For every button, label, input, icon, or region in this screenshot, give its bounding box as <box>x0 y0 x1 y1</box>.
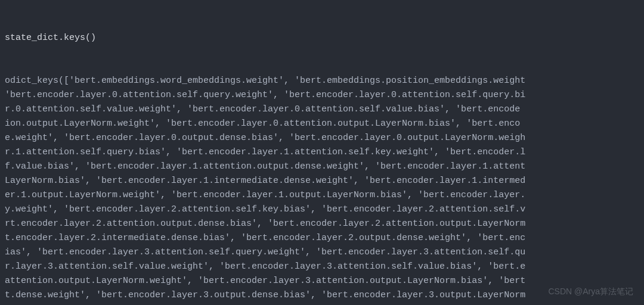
prompt-line[interactable]: state_dict.keys() <box>5 31 639 45</box>
terminal-container: state_dict.keys() odict_keys(['bert.embe… <box>0 0 644 305</box>
output-text: odict_keys(['bert.embeddings.word_embedd… <box>5 74 639 305</box>
watermark-text: CSDN @Arya算法笔记 <box>548 285 633 298</box>
